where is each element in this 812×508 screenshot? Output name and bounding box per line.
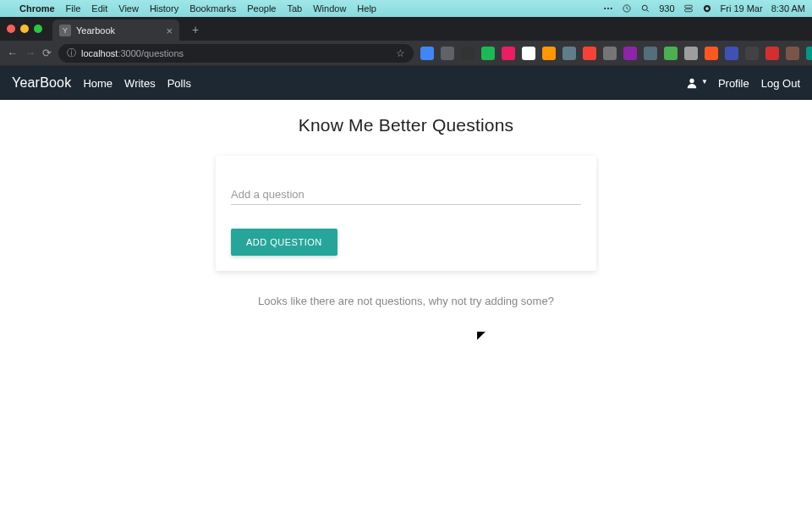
extension-icon[interactable] <box>502 47 515 60</box>
svg-rect-6 <box>684 5 692 8</box>
extension-icon[interactable] <box>542 47 556 60</box>
bookmark-star-icon[interactable]: ☆ <box>396 47 405 59</box>
extension-icon[interactable] <box>806 47 812 60</box>
user-icon <box>685 77 699 89</box>
nav-profile[interactable]: Profile <box>718 77 749 90</box>
site-info-icon[interactable]: ⓘ <box>67 47 76 59</box>
menu-edit[interactable]: Edit <box>91 3 107 14</box>
empty-state-message: Looks like there are not questions, why … <box>258 295 554 307</box>
extension-icon[interactable] <box>745 47 759 60</box>
window-controls <box>7 25 42 33</box>
chrome-toolbar: ← → ⟳ ⓘ localhost:3000/questions ☆ ⋮ <box>0 41 812 66</box>
menubar-appname[interactable]: Chrome <box>19 3 55 14</box>
window-close-button[interactable] <box>7 25 15 33</box>
menu-bookmarks[interactable]: Bookmarks <box>189 3 236 14</box>
app-navbar: YearBook Home Writes Polls ▼ Profile Log… <box>0 66 812 100</box>
user-dropdown[interactable]: ▼ <box>685 77 708 89</box>
extension-icon[interactable] <box>583 47 596 60</box>
brand-logo[interactable]: YearBook <box>12 75 71 91</box>
extension-icon[interactable] <box>786 47 799 60</box>
menu-file[interactable]: File <box>66 3 81 14</box>
macos-menubar: Chrome File Edit View History Bookmarks … <box>0 0 812 17</box>
extension-icon[interactable] <box>705 47 718 60</box>
extension-icon[interactable] <box>664 47 678 60</box>
extension-icon[interactable] <box>603 47 617 60</box>
menubar-date[interactable]: Fri 19 Mar <box>721 3 763 14</box>
chevron-down-icon: ▼ <box>701 78 708 86</box>
extension-icon[interactable] <box>684 47 698 60</box>
window-minimize-button[interactable] <box>20 25 29 33</box>
timemachine-icon[interactable] <box>622 3 632 14</box>
nav-logout[interactable]: Log Out <box>761 77 800 90</box>
page-content: Know Me Better Questions ADD QUESTION Lo… <box>0 100 812 508</box>
chrome-tabbar: Y Yearbook × + <box>0 17 812 41</box>
url-host: localhost <box>81 48 118 58</box>
extension-icon[interactable] <box>420 47 434 60</box>
new-tab-button[interactable]: + <box>186 20 205 39</box>
nav-forward-button[interactable]: → <box>25 47 36 59</box>
window-maximize-button[interactable] <box>34 25 42 33</box>
tab-favicon-icon: Y <box>59 25 71 36</box>
url-path: :3000/questions <box>118 48 184 58</box>
nav-reload-button[interactable]: ⟳ <box>42 47 52 59</box>
svg-line-5 <box>647 10 649 12</box>
tab-close-icon[interactable]: × <box>166 25 173 37</box>
extension-icon[interactable] <box>765 47 779 60</box>
address-bar[interactable]: ⓘ localhost:3000/questions ☆ <box>58 44 414 63</box>
extension-icon[interactable] <box>461 47 475 60</box>
extension-icon[interactable] <box>522 47 535 60</box>
extensions-bar: ⋮ <box>420 47 812 60</box>
add-question-button[interactable]: ADD QUESTION <box>231 229 337 256</box>
extension-icon[interactable] <box>725 47 738 60</box>
extension-icon[interactable] <box>562 47 576 60</box>
extension-icon[interactable] <box>644 47 657 60</box>
svg-point-4 <box>642 5 647 10</box>
nav-home[interactable]: Home <box>83 77 112 90</box>
svg-point-9 <box>705 7 709 10</box>
menubar-time[interactable]: 8:30 AM <box>771 3 805 14</box>
svg-point-1 <box>607 8 609 9</box>
extension-icon[interactable] <box>623 47 637 60</box>
menu-people[interactable]: People <box>247 3 276 14</box>
menu-tab[interactable]: Tab <box>287 3 302 14</box>
siri-icon[interactable] <box>702 3 712 14</box>
question-input[interactable] <box>231 185 581 205</box>
overflow-icon[interactable] <box>603 3 613 14</box>
menu-help[interactable]: Help <box>357 3 376 14</box>
nav-polls[interactable]: Polls <box>167 77 191 90</box>
control-center-icon[interactable] <box>683 3 694 14</box>
tab-title: Yearbook <box>76 25 115 36</box>
menu-history[interactable]: History <box>150 3 178 14</box>
svg-point-0 <box>605 8 606 9</box>
svg-point-10 <box>689 79 694 83</box>
battery-text: 930 <box>659 3 674 14</box>
browser-tab[interactable]: Y Yearbook × <box>52 19 179 41</box>
extension-icon[interactable] <box>441 47 454 60</box>
spotlight-icon[interactable] <box>640 3 650 14</box>
question-form-card: ADD QUESTION <box>216 156 596 271</box>
menu-view[interactable]: View <box>118 3 139 14</box>
page-title: Know Me Better Questions <box>299 115 514 135</box>
nav-writes[interactable]: Writes <box>124 77 156 90</box>
menu-window[interactable]: Window <box>313 3 346 14</box>
svg-point-2 <box>611 8 612 9</box>
extension-icon[interactable] <box>481 47 495 60</box>
svg-rect-7 <box>684 9 692 12</box>
nav-back-button[interactable]: ← <box>7 47 18 59</box>
